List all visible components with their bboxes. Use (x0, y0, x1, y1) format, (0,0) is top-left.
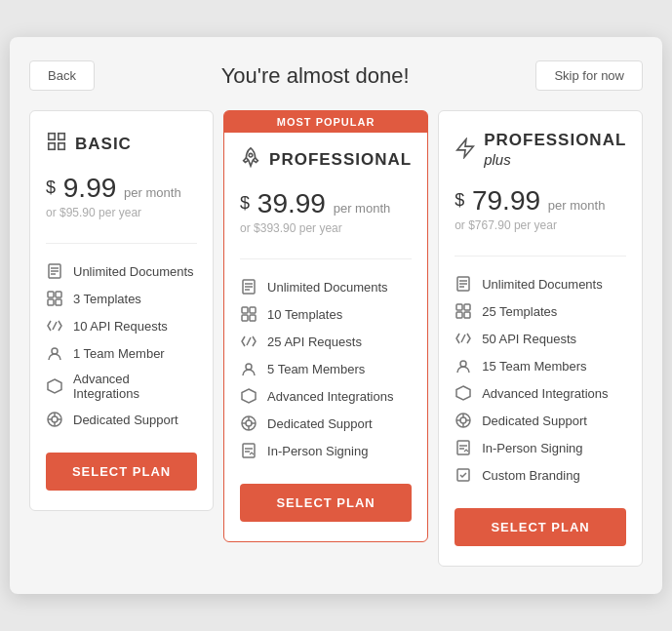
support-icon (240, 414, 257, 432)
plan-pro-price: $ 39.99 per month (240, 188, 412, 219)
svg-point-34 (246, 420, 252, 426)
svg-rect-8 (48, 292, 54, 297)
svg-point-13 (52, 348, 58, 354)
list-item: 25 API Requests (240, 328, 412, 355)
svg-rect-49 (456, 312, 462, 318)
svg-rect-50 (464, 312, 470, 318)
list-item: 3 Templates (46, 285, 197, 312)
svg-line-12 (53, 322, 57, 330)
list-item: Dedicated Support (455, 407, 626, 434)
svg-rect-47 (456, 304, 462, 310)
skip-button[interactable]: Skip for now (535, 60, 643, 91)
api-icon (46, 317, 63, 335)
support-icon (46, 411, 63, 428)
plan-basic-price: $ 9.99 per month (46, 173, 197, 204)
api-icon (240, 333, 257, 350)
list-item: 10 Templates (240, 300, 412, 328)
plan-plus-features: Unlimited Documents 25 Templates 50 API … (455, 270, 626, 489)
plan-plus-price: $ 79.99 per month (455, 185, 626, 217)
support-icon (455, 412, 472, 429)
bolt-icon (455, 138, 476, 164)
svg-rect-11 (56, 299, 61, 305)
svg-line-51 (461, 335, 465, 342)
svg-rect-2 (49, 143, 55, 149)
integrations-icon (455, 384, 472, 402)
svg-rect-9 (56, 292, 61, 297)
list-item: Unlimited Documents (455, 270, 626, 297)
template-icon (240, 305, 257, 323)
team-icon (455, 357, 472, 375)
list-item: Advanced Integrations (240, 382, 412, 410)
svg-rect-28 (242, 315, 248, 321)
rocket-icon (240, 146, 261, 173)
plan-basic-yearly: or $95.90 per year (46, 206, 197, 219)
doc-icon (46, 262, 63, 280)
integrations-icon (46, 377, 63, 395)
doc-icon (455, 275, 472, 293)
plan-basic: BASIC $ 9.99 per month or $95.90 per yea… (29, 110, 214, 511)
list-item: 1 Team Member (46, 339, 197, 367)
plan-pro-features: Unlimited Documents 10 Templates 25 API … (240, 273, 412, 464)
doc-icon (240, 278, 257, 296)
list-item: Unlimited Documents (240, 273, 412, 300)
svg-marker-42 (457, 138, 474, 156)
svg-rect-48 (464, 304, 470, 310)
svg-marker-32 (242, 389, 256, 403)
list-item: Unlimited Documents (46, 257, 197, 285)
branding-icon (455, 466, 472, 484)
list-item: 15 Team Members (455, 352, 626, 379)
back-button[interactable]: Back (29, 60, 95, 91)
list-item: In-Person Signing (240, 437, 412, 464)
plan-plus-pricing: $ 79.99 per month or $767.90 per year (455, 185, 626, 232)
plan-basic-features: Unlimited Documents 3 Templates 10 API R… (46, 257, 197, 433)
list-item: 25 Templates (455, 297, 626, 325)
plan-basic-header: BASIC (46, 131, 197, 157)
svg-point-52 (460, 361, 466, 367)
signing-icon (240, 442, 257, 459)
svg-marker-53 (456, 386, 470, 400)
plan-basic-name: BASIC (75, 135, 132, 154)
svg-rect-26 (242, 307, 248, 313)
modal-header: Back You're almost done! Skip for now (29, 60, 643, 91)
plan-professional: MOST POPULAR PROFESSIONAL $ 39.99 per mo… (223, 110, 428, 542)
list-item: Advanced Integrations (455, 379, 626, 407)
integrations-icon (240, 387, 257, 405)
plan-plus-yearly: or $767.90 per year (455, 218, 626, 232)
svg-point-31 (246, 364, 252, 370)
plan-basic-pricing: $ 9.99 per month or $95.90 per year (46, 173, 197, 219)
list-item: 10 API Requests (46, 312, 197, 339)
svg-rect-1 (59, 134, 64, 139)
plan-pro-yearly: or $393.90 per year (240, 221, 412, 235)
signing-icon (455, 439, 472, 456)
plans-container: BASIC $ 9.99 per month or $95.90 per yea… (29, 110, 643, 567)
select-plan-basic-button[interactable]: SELECT PLAN (46, 453, 197, 491)
api-icon (455, 330, 472, 347)
list-item: 5 Team Members (240, 355, 412, 382)
pricing-modal: Back You're almost done! Skip for now BA… (10, 37, 662, 594)
plan-pro-name: PROFESSIONAL (269, 150, 412, 170)
list-item: Dedicated Support (46, 406, 197, 433)
team-icon (240, 360, 257, 377)
svg-rect-39 (243, 444, 255, 457)
svg-rect-27 (250, 307, 256, 313)
plan-plus-header: PROFESSIONAL plus (455, 131, 626, 170)
building-icon (46, 131, 67, 157)
modal-title: You're almost done! (95, 63, 536, 89)
select-plan-plus-button[interactable]: SELECT PLAN (455, 508, 626, 546)
svg-line-30 (247, 337, 251, 345)
svg-marker-14 (48, 379, 61, 393)
svg-rect-29 (250, 315, 256, 321)
list-item: 50 API Requests (455, 325, 626, 352)
plan-plus-name: PROFESSIONAL plus (484, 131, 626, 170)
select-plan-pro-button[interactable]: SELECT PLAN (240, 484, 412, 522)
list-item: Dedicated Support (240, 410, 412, 437)
template-icon (455, 302, 472, 320)
svg-rect-3 (59, 143, 64, 149)
list-item: In-Person Signing (455, 434, 626, 461)
svg-rect-10 (48, 299, 54, 305)
svg-rect-0 (49, 134, 55, 139)
list-item: Custom Branding (455, 461, 626, 489)
svg-rect-60 (457, 441, 469, 454)
svg-point-55 (460, 417, 466, 423)
plan-professional-plus: PROFESSIONAL plus $ 79.99 per month or $… (438, 110, 643, 567)
